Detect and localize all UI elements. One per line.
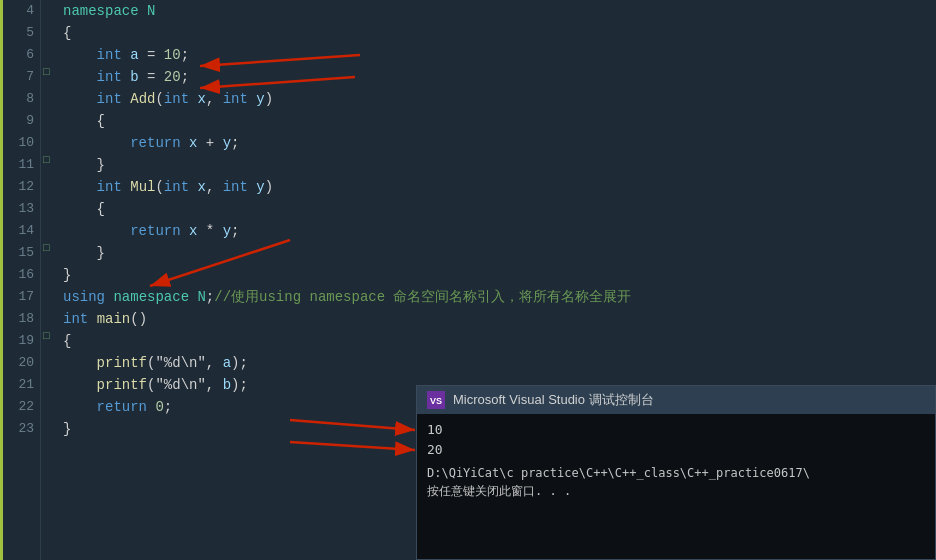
code-line: int main() bbox=[63, 308, 936, 330]
vs-icon: VS bbox=[427, 391, 445, 409]
line-num: 7 bbox=[3, 66, 34, 88]
console-output-20: 20 bbox=[427, 440, 925, 460]
console-body: 10 20 D:\QiYiCat\c practice\C++\C++_clas… bbox=[417, 414, 935, 506]
line-num: 14 bbox=[3, 220, 34, 242]
code-line: } bbox=[63, 242, 936, 264]
svg-text:VS: VS bbox=[430, 396, 442, 406]
line-num: 9 bbox=[3, 110, 34, 132]
line-num: 4 bbox=[3, 0, 34, 22]
code-line: printf("%d\n", a); bbox=[63, 352, 936, 374]
fold-indicator[interactable]: □ bbox=[43, 330, 50, 342]
code-line: } bbox=[63, 154, 936, 176]
console-panel: VS Microsoft Visual Studio 调试控制台 10 20 D… bbox=[416, 385, 936, 560]
line-num: 23 bbox=[3, 418, 34, 440]
code-line: { bbox=[63, 330, 936, 352]
line-num: 10 bbox=[3, 132, 34, 154]
line-num: 15 bbox=[3, 242, 34, 264]
line-num: 13 bbox=[3, 198, 34, 220]
line-num: 6 bbox=[3, 44, 34, 66]
code-line: int Add(int x, int y) bbox=[63, 88, 936, 110]
code-line: { bbox=[63, 110, 936, 132]
console-press-hint: 按任意键关闭此窗口. . . bbox=[427, 482, 925, 500]
line-num: 20 bbox=[3, 352, 34, 374]
line-num: 21 bbox=[3, 374, 34, 396]
line-numbers: 4 5 6 7 8 9 10 11 12 13 14 15 16 17 18 1… bbox=[3, 0, 41, 560]
code-line: int b = 20; bbox=[63, 66, 936, 88]
code-line: return x + y; bbox=[63, 132, 936, 154]
fold-indicator[interactable]: □ bbox=[43, 242, 50, 254]
console-output-10: 10 bbox=[427, 420, 925, 440]
fold-indicator[interactable]: □ bbox=[43, 66, 50, 78]
console-title-text: Microsoft Visual Studio 调试控制台 bbox=[453, 391, 654, 409]
line-num: 22 bbox=[3, 396, 34, 418]
code-line: using namespace N;//使用using namespace 命名… bbox=[63, 286, 936, 308]
line-num: 5 bbox=[3, 22, 34, 44]
line-num: 18 bbox=[3, 308, 34, 330]
line-num: 19 bbox=[3, 330, 34, 352]
line-num: 12 bbox=[3, 176, 34, 198]
code-line: namespace N bbox=[63, 0, 936, 22]
line-num: 17 bbox=[3, 286, 34, 308]
fold-indicator[interactable]: □ bbox=[43, 154, 50, 166]
code-line: int Mul(int x, int y) bbox=[63, 176, 936, 198]
console-path: D:\QiYiCat\c practice\C++\C++_class\C++_… bbox=[427, 464, 925, 482]
line-num: 11 bbox=[3, 154, 34, 176]
fold-gutter: □ □ □ □ bbox=[41, 0, 59, 560]
line-num: 8 bbox=[3, 88, 34, 110]
code-line: { bbox=[63, 22, 936, 44]
code-line: } bbox=[63, 264, 936, 286]
editor-area: 4 5 6 7 8 9 10 11 12 13 14 15 16 17 18 1… bbox=[0, 0, 936, 560]
console-title-bar: VS Microsoft Visual Studio 调试控制台 bbox=[417, 386, 935, 414]
code-line: { bbox=[63, 198, 936, 220]
code-line: int a = 10; bbox=[63, 44, 936, 66]
code-line: return x * y; bbox=[63, 220, 936, 242]
line-num: 16 bbox=[3, 264, 34, 286]
